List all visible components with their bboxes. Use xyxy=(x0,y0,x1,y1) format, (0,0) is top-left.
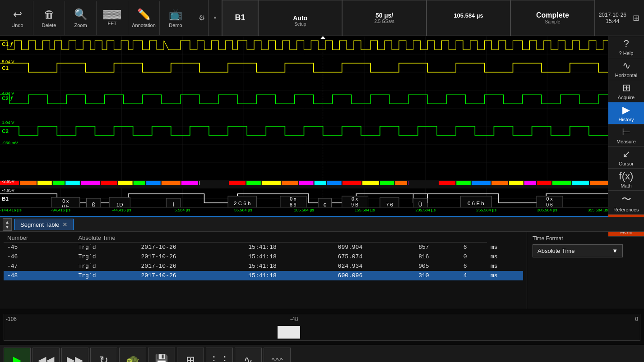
svg-marker-98 xyxy=(320,36,325,39)
right-panel: ? ? Help ∿ Horizontal ⊞ Acquire ▶ Histor… xyxy=(608,36,644,216)
acquire-icon: ⊞ xyxy=(622,82,630,94)
zoom-button[interactable]: 🔍 Zoom xyxy=(65,1,97,35)
measure-icon: ⊢ xyxy=(622,126,630,138)
svg-text:9 B: 9 B xyxy=(351,202,358,207)
svg-rect-37 xyxy=(282,181,298,185)
history-button[interactable]: ▶ History xyxy=(608,102,644,124)
references-button[interactable]: 〜 References xyxy=(608,191,644,215)
envelope-button[interactable]: 〰 Envelope xyxy=(264,348,291,362)
waveform-display[interactable]: 0 x 0 F ß 1D i 2 C 6 h 0 x 8 9 c 0 x xyxy=(0,36,608,216)
help-button[interactable]: ? ? Help xyxy=(608,36,644,58)
svg-text:C1: C1 xyxy=(2,65,9,71)
svg-rect-35 xyxy=(246,181,261,185)
number-button[interactable]: ⊞ Number xyxy=(177,348,204,362)
svg-rect-47 xyxy=(439,181,455,185)
complete-cell[interactable]: Complete Sample xyxy=(510,0,594,36)
svg-rect-24 xyxy=(65,181,80,185)
svg-rect-36 xyxy=(262,181,281,185)
svg-rect-43 xyxy=(380,181,394,185)
svg-rect-52 xyxy=(524,181,536,185)
svg-text:0 6: 0 6 xyxy=(546,202,553,207)
run-button[interactable]: ▶ Run xyxy=(4,348,31,362)
history-thumb[interactable] xyxy=(278,326,300,339)
cursor-button[interactable]: ↙ Cursor xyxy=(608,147,644,169)
speed-button[interactable]: 🐢 Speed xyxy=(119,348,146,362)
svg-text:-960 mV: -960 mV xyxy=(2,141,19,145)
demo-button[interactable]: 📺 Demo xyxy=(160,1,191,35)
svg-text:1D: 1D xyxy=(116,202,123,207)
history-range[interactable]: -106 -48 0 xyxy=(4,314,640,341)
svg-text:C2: C2 xyxy=(2,128,9,134)
prev-icon: ◀◀ xyxy=(38,354,54,362)
svg-text:0 6 E h: 0 6 E h xyxy=(468,201,484,206)
segment-close-button[interactable]: ✕ xyxy=(62,221,68,228)
waveform-area: 0 x 0 F ß 1D i 2 C 6 h 0 x 8 9 c 0 x xyxy=(0,36,644,216)
math-button[interactable]: f(x) Math xyxy=(608,169,644,191)
svg-text:C2 ƒ: C2 ƒ xyxy=(2,96,13,101)
trigger-mode-cell[interactable]: Auto Setup xyxy=(258,0,342,36)
save-button[interactable]: 💾 Save xyxy=(148,348,175,362)
svg-rect-49 xyxy=(472,181,491,185)
svg-text:c: c xyxy=(324,202,326,208)
prev-button[interactable]: ◀◀ Prev. xyxy=(32,348,60,362)
next-button[interactable]: ▶▶ Next xyxy=(61,348,88,362)
speed-icon: 🐢 xyxy=(126,354,139,362)
time-format-label: Time Format xyxy=(533,235,639,242)
history-navigator[interactable]: -106 -48 0 xyxy=(0,309,644,345)
fft-icon: ▓▓▓ xyxy=(103,9,121,19)
col-abs-time: Absolute Time xyxy=(74,234,487,243)
svg-rect-30 xyxy=(162,181,181,185)
history-label-left: -106 xyxy=(6,316,17,322)
svg-rect-46 xyxy=(409,181,438,185)
cursor-icon: ↙ xyxy=(622,148,630,160)
svg-text:2 C 6 h: 2 C 6 h xyxy=(234,201,250,206)
average-icon: ∿ xyxy=(244,354,253,362)
overlay-button[interactable]: ⋮⋮ Overlay xyxy=(206,348,233,362)
undo-button[interactable]: ↩ Undo xyxy=(2,1,33,35)
table-row[interactable]: -45 Trg´d 2017-10-26 15:41:18 699.904 85… xyxy=(4,243,523,252)
svg-text:C1 ƒ: C1 ƒ xyxy=(2,41,13,47)
svg-text:5.04 V: 5.04 V xyxy=(2,60,14,64)
measure-button[interactable]: ⊢ Measure xyxy=(608,124,644,147)
bottom-controls: ▶ Run ◀◀ Prev. ▶▶ Next ↻ Repeat 🐢 Speed … xyxy=(0,345,644,362)
delete-button[interactable]: 🗑 Delete xyxy=(33,1,65,35)
demo-icon: 📺 xyxy=(169,8,182,21)
time-length-cell[interactable]: 105.584 µs xyxy=(426,0,510,36)
average-button[interactable]: ∿ Average xyxy=(235,348,262,362)
history-icon: ▶ xyxy=(622,104,630,116)
svg-rect-40 xyxy=(327,181,342,185)
svg-rect-25 xyxy=(81,181,100,185)
table-row[interactable]: -47 Trg´d 2017-10-26 15:41:18 624.934 90… xyxy=(4,261,523,271)
network-icon: ⊞ xyxy=(630,0,642,36)
math-icon: f(x) xyxy=(619,170,634,182)
segment-area: ▲▼ Segment Table ✕ Number Absolute Time … xyxy=(0,216,644,309)
horizontal-button[interactable]: ∿ Horizontal xyxy=(608,58,644,80)
svg-text:7 6: 7 6 xyxy=(386,202,393,207)
svg-rect-27 xyxy=(118,181,133,185)
fft-button[interactable]: ▓▓▓ FFT xyxy=(97,1,128,35)
settings-button[interactable]: ⚙ xyxy=(195,0,208,36)
svg-rect-26 xyxy=(101,181,117,185)
acquire-button[interactable]: ⊞ Acquire xyxy=(608,80,644,102)
svg-rect-54 xyxy=(552,181,571,185)
svg-text:1.04 V: 1.04 V xyxy=(2,120,14,125)
b1-indicator: B1 xyxy=(222,0,258,36)
next-icon: ▶▶ xyxy=(67,354,83,362)
segment-right-panel: Time Format Absolute Time ▼ xyxy=(527,232,644,309)
svg-rect-28 xyxy=(134,181,145,185)
annotation-button[interactable]: ✏️ Annotation xyxy=(128,1,160,35)
sample-rate-cell[interactable]: 50 µs/ 2.5 GSa/s xyxy=(342,0,426,36)
svg-rect-51 xyxy=(509,181,524,185)
svg-rect-42 xyxy=(362,181,379,185)
repeat-button[interactable]: ↻ Repeat xyxy=(90,348,117,362)
segment-scroll-up[interactable]: ▲▼ xyxy=(3,218,12,231)
table-row[interactable]: -46 Trg´d 2017-10-26 15:41:18 675.074 81… xyxy=(4,252,523,261)
svg-rect-55 xyxy=(572,181,589,185)
history-label-mid: -48 xyxy=(290,316,298,322)
dropdown-chevron: ▼ xyxy=(612,247,618,254)
svg-rect-23 xyxy=(53,181,65,185)
segment-table-tab[interactable]: Segment Table ✕ xyxy=(14,219,74,230)
delete-icon: 🗑 xyxy=(44,8,55,21)
time-format-select[interactable]: Absolute Time ▼ xyxy=(533,244,623,257)
table-row[interactable]: -48 Trg´d 2017-10-26 15:41:18 600.096 31… xyxy=(4,271,523,280)
